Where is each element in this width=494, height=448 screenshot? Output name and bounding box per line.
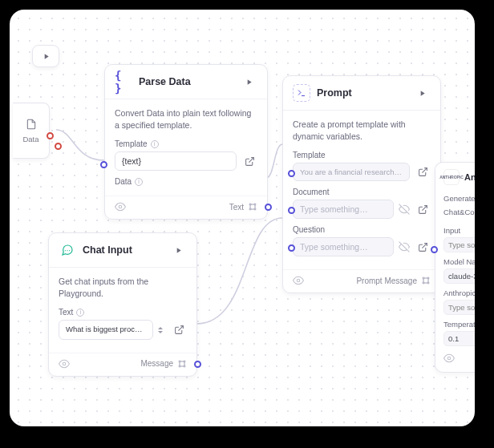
svg-line-17 — [178, 326, 183, 331]
info-icon: i — [135, 178, 143, 186]
label-model: Model Nam — [443, 257, 475, 266]
expand-button[interactable] — [241, 153, 257, 169]
link-icon — [248, 202, 257, 212]
api-field[interactable]: Type som — [443, 300, 475, 315]
eye-icon[interactable] — [115, 201, 126, 212]
expand-icon — [418, 167, 428, 177]
port-out-message[interactable] — [194, 361, 201, 368]
svg-point-22 — [179, 365, 180, 367]
node-title: Prompt — [317, 87, 407, 99]
expand-icon — [418, 242, 428, 252]
svg-point-15 — [427, 277, 429, 279]
port-in-anthropic[interactable] — [431, 246, 438, 253]
desc-line1: Generate t — [443, 193, 475, 204]
eye-icon[interactable] — [59, 358, 70, 369]
node-footer: Prompt Message — [283, 269, 440, 293]
expand-button[interactable] — [415, 164, 431, 180]
document-input[interactable]: Type something… — [293, 200, 394, 219]
svg-line-0 — [249, 158, 253, 163]
play-icon — [174, 246, 183, 255]
play-icon — [418, 89, 427, 98]
node-description: Convert Data into plain text following a… — [115, 107, 257, 131]
svg-point-5 — [249, 208, 251, 210]
temperature-field[interactable]: 0.1 — [443, 331, 475, 346]
flow-canvas[interactable]: Data { } Parse Data Convert Data into pl… — [10, 10, 475, 426]
expand-button[interactable] — [415, 239, 431, 255]
prompt-icon — [293, 84, 310, 102]
play-icon — [42, 52, 51, 61]
svg-point-4 — [254, 204, 256, 205]
field-label-template: Templatei — [115, 139, 257, 148]
run-button[interactable] — [413, 84, 431, 102]
svg-point-14 — [427, 282, 429, 284]
field-label-data: Datai — [115, 177, 257, 186]
node-title: Parse Data — [139, 76, 233, 87]
svg-point-1 — [119, 206, 122, 209]
number-stepper[interactable] — [158, 327, 163, 333]
svg-point-19 — [179, 361, 180, 362]
info-icon: i — [151, 140, 159, 148]
node-footer: Message — [49, 353, 196, 376]
field-label-template: Template — [293, 151, 431, 159]
port-in-data[interactable] — [100, 161, 107, 168]
model-field[interactable]: claude-3- — [443, 268, 475, 284]
node-description: Get chat inputs from the Playground. — [59, 276, 187, 300]
input-field[interactable]: Type som — [443, 237, 475, 252]
node-title: Chat Input — [83, 244, 163, 256]
label-api: Anthropic A — [443, 289, 475, 297]
link-icon — [421, 276, 431, 285]
eye-off-icon[interactable] — [399, 204, 410, 215]
collapsed-node-play[interactable] — [32, 45, 59, 67]
link-icon — [177, 359, 187, 369]
svg-point-16 — [423, 282, 424, 284]
node-header: Prompt — [283, 76, 440, 111]
chat-icon — [59, 241, 76, 259]
desc-line2: Chat&Com — [443, 207, 475, 217]
field-label-question: Question — [293, 225, 431, 234]
output-label: Message — [140, 359, 173, 368]
braces-icon: { } — [115, 73, 132, 91]
port-dangling[interactable] — [55, 143, 62, 150]
expand-button[interactable] — [171, 322, 187, 338]
eye-icon[interactable] — [293, 275, 304, 286]
svg-point-23 — [447, 357, 451, 360]
play-icon — [245, 78, 253, 87]
question-input[interactable]: Type something… — [293, 237, 394, 256]
node-title: Ant — [464, 172, 475, 182]
data-label: Data — [22, 135, 38, 143]
collapsed-node-data[interactable]: Data — [13, 103, 50, 159]
file-icon — [26, 119, 37, 130]
svg-line-9 — [422, 206, 427, 211]
svg-point-2 — [249, 204, 251, 205]
output-label: Text — [229, 203, 244, 212]
svg-point-18 — [63, 362, 66, 365]
svg-point-3 — [254, 208, 256, 210]
node-header: { } Parse Data — [105, 65, 267, 99]
svg-point-21 — [184, 361, 185, 362]
expand-button[interactable] — [415, 201, 431, 217]
run-button[interactable] — [169, 241, 187, 259]
node-prompt[interactable]: Prompt Create a prompt template with dyn… — [282, 75, 441, 293]
node-anthropic-partial[interactable]: ANTHROP\C Ant Generate t Chat&Com Input … — [435, 162, 475, 373]
field-label-text: Texti — [59, 308, 187, 317]
svg-line-11 — [422, 244, 427, 248]
label-input: Input — [443, 226, 475, 235]
text-input[interactable]: What is biggest procedure by estimated — [59, 320, 153, 339]
port-out-data[interactable] — [47, 132, 54, 139]
label-temperature: Temperatur — [443, 320, 475, 329]
info-icon: i — [76, 309, 84, 317]
eye-icon[interactable] — [443, 353, 455, 364]
eye-off-icon[interactable] — [399, 241, 410, 252]
run-button[interactable] — [240, 73, 257, 91]
svg-point-20 — [184, 365, 185, 367]
node-chat-input[interactable]: Chat Input Get chat inputs from the Play… — [48, 232, 197, 377]
anthropic-logo: ANTHROP\C — [443, 169, 460, 185]
template-input[interactable]: You are a financial researcher for the p… — [293, 163, 410, 181]
field-label-document: Document — [293, 188, 431, 196]
node-parse-data[interactable]: { } Parse Data Convert Data into plain t… — [104, 64, 268, 220]
svg-line-7 — [422, 168, 427, 173]
node-description: Create a prompt template with dynamic va… — [293, 119, 431, 143]
expand-icon — [418, 204, 428, 215]
template-input[interactable]: {text} — [115, 151, 237, 171]
expand-icon — [245, 156, 255, 167]
